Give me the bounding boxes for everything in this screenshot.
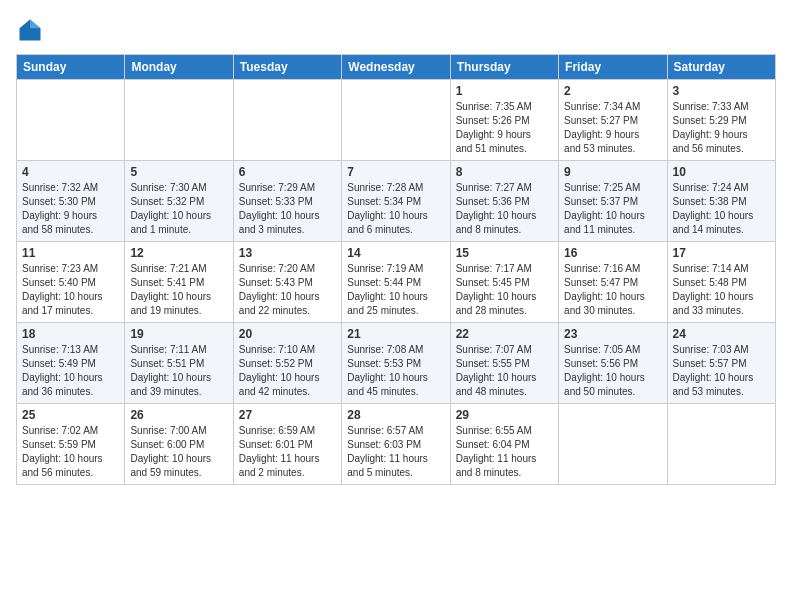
week-row-3: 18Sunrise: 7:13 AM Sunset: 5:49 PM Dayli… [17, 323, 776, 404]
cell-day-number: 2 [564, 84, 661, 98]
cell-info: Sunrise: 7:35 AM Sunset: 5:26 PM Dayligh… [456, 100, 553, 156]
calendar-cell: 20Sunrise: 7:10 AM Sunset: 5:52 PM Dayli… [233, 323, 341, 404]
calendar-cell: 15Sunrise: 7:17 AM Sunset: 5:45 PM Dayli… [450, 242, 558, 323]
col-header-tuesday: Tuesday [233, 55, 341, 80]
svg-marker-1 [30, 20, 41, 29]
cell-info: Sunrise: 7:17 AM Sunset: 5:45 PM Dayligh… [456, 262, 553, 318]
cell-day-number: 7 [347, 165, 444, 179]
calendar-cell [17, 80, 125, 161]
logo-icon [16, 16, 44, 44]
calendar-cell: 21Sunrise: 7:08 AM Sunset: 5:53 PM Dayli… [342, 323, 450, 404]
cell-day-number: 8 [456, 165, 553, 179]
cell-day-number: 16 [564, 246, 661, 260]
calendar-cell [559, 404, 667, 485]
cell-info: Sunrise: 7:30 AM Sunset: 5:32 PM Dayligh… [130, 181, 227, 237]
cell-day-number: 6 [239, 165, 336, 179]
calendar-cell: 28Sunrise: 6:57 AM Sunset: 6:03 PM Dayli… [342, 404, 450, 485]
calendar-cell: 18Sunrise: 7:13 AM Sunset: 5:49 PM Dayli… [17, 323, 125, 404]
cell-day-number: 15 [456, 246, 553, 260]
cell-info: Sunrise: 7:08 AM Sunset: 5:53 PM Dayligh… [347, 343, 444, 399]
cell-info: Sunrise: 7:07 AM Sunset: 5:55 PM Dayligh… [456, 343, 553, 399]
calendar-cell: 6Sunrise: 7:29 AM Sunset: 5:33 PM Daylig… [233, 161, 341, 242]
cell-day-number: 5 [130, 165, 227, 179]
cell-day-number: 19 [130, 327, 227, 341]
calendar-cell: 11Sunrise: 7:23 AM Sunset: 5:40 PM Dayli… [17, 242, 125, 323]
cell-day-number: 26 [130, 408, 227, 422]
cell-info: Sunrise: 6:59 AM Sunset: 6:01 PM Dayligh… [239, 424, 336, 480]
cell-day-number: 27 [239, 408, 336, 422]
calendar-table: SundayMondayTuesdayWednesdayThursdayFrid… [16, 54, 776, 485]
cell-info: Sunrise: 7:19 AM Sunset: 5:44 PM Dayligh… [347, 262, 444, 318]
calendar-cell: 27Sunrise: 6:59 AM Sunset: 6:01 PM Dayli… [233, 404, 341, 485]
cell-info: Sunrise: 6:57 AM Sunset: 6:03 PM Dayligh… [347, 424, 444, 480]
calendar-cell: 12Sunrise: 7:21 AM Sunset: 5:41 PM Dayli… [125, 242, 233, 323]
logo [16, 16, 48, 44]
cell-info: Sunrise: 7:14 AM Sunset: 5:48 PM Dayligh… [673, 262, 770, 318]
col-header-wednesday: Wednesday [342, 55, 450, 80]
cell-info: Sunrise: 7:05 AM Sunset: 5:56 PM Dayligh… [564, 343, 661, 399]
calendar-cell: 10Sunrise: 7:24 AM Sunset: 5:38 PM Dayli… [667, 161, 775, 242]
cell-info: Sunrise: 7:32 AM Sunset: 5:30 PM Dayligh… [22, 181, 119, 237]
cell-day-number: 12 [130, 246, 227, 260]
cell-day-number: 25 [22, 408, 119, 422]
calendar-cell [667, 404, 775, 485]
cell-day-number: 28 [347, 408, 444, 422]
calendar-cell: 25Sunrise: 7:02 AM Sunset: 5:59 PM Dayli… [17, 404, 125, 485]
col-header-sunday: Sunday [17, 55, 125, 80]
calendar-cell: 17Sunrise: 7:14 AM Sunset: 5:48 PM Dayli… [667, 242, 775, 323]
cell-day-number: 9 [564, 165, 661, 179]
calendar-cell: 23Sunrise: 7:05 AM Sunset: 5:56 PM Dayli… [559, 323, 667, 404]
cell-day-number: 14 [347, 246, 444, 260]
cell-day-number: 17 [673, 246, 770, 260]
calendar-cell: 19Sunrise: 7:11 AM Sunset: 5:51 PM Dayli… [125, 323, 233, 404]
cell-day-number: 29 [456, 408, 553, 422]
week-row-4: 25Sunrise: 7:02 AM Sunset: 5:59 PM Dayli… [17, 404, 776, 485]
cell-info: Sunrise: 7:23 AM Sunset: 5:40 PM Dayligh… [22, 262, 119, 318]
cell-day-number: 3 [673, 84, 770, 98]
cell-info: Sunrise: 7:33 AM Sunset: 5:29 PM Dayligh… [673, 100, 770, 156]
cell-info: Sunrise: 7:24 AM Sunset: 5:38 PM Dayligh… [673, 181, 770, 237]
cell-day-number: 4 [22, 165, 119, 179]
week-row-2: 11Sunrise: 7:23 AM Sunset: 5:40 PM Dayli… [17, 242, 776, 323]
cell-info: Sunrise: 7:21 AM Sunset: 5:41 PM Dayligh… [130, 262, 227, 318]
calendar-cell: 1Sunrise: 7:35 AM Sunset: 5:26 PM Daylig… [450, 80, 558, 161]
calendar-cell: 13Sunrise: 7:20 AM Sunset: 5:43 PM Dayli… [233, 242, 341, 323]
col-header-saturday: Saturday [667, 55, 775, 80]
cell-info: Sunrise: 7:28 AM Sunset: 5:34 PM Dayligh… [347, 181, 444, 237]
cell-day-number: 1 [456, 84, 553, 98]
cell-info: Sunrise: 7:34 AM Sunset: 5:27 PM Dayligh… [564, 100, 661, 156]
cell-info: Sunrise: 7:00 AM Sunset: 6:00 PM Dayligh… [130, 424, 227, 480]
calendar-cell: 5Sunrise: 7:30 AM Sunset: 5:32 PM Daylig… [125, 161, 233, 242]
cell-day-number: 13 [239, 246, 336, 260]
calendar-cell: 29Sunrise: 6:55 AM Sunset: 6:04 PM Dayli… [450, 404, 558, 485]
cell-info: Sunrise: 7:02 AM Sunset: 5:59 PM Dayligh… [22, 424, 119, 480]
cell-day-number: 23 [564, 327, 661, 341]
calendar-cell [342, 80, 450, 161]
header [16, 16, 776, 44]
cell-info: Sunrise: 7:11 AM Sunset: 5:51 PM Dayligh… [130, 343, 227, 399]
cell-info: Sunrise: 7:13 AM Sunset: 5:49 PM Dayligh… [22, 343, 119, 399]
calendar-cell: 14Sunrise: 7:19 AM Sunset: 5:44 PM Dayli… [342, 242, 450, 323]
calendar-cell: 26Sunrise: 7:00 AM Sunset: 6:00 PM Dayli… [125, 404, 233, 485]
calendar-cell: 9Sunrise: 7:25 AM Sunset: 5:37 PM Daylig… [559, 161, 667, 242]
col-header-friday: Friday [559, 55, 667, 80]
calendar-cell: 7Sunrise: 7:28 AM Sunset: 5:34 PM Daylig… [342, 161, 450, 242]
calendar-cell: 22Sunrise: 7:07 AM Sunset: 5:55 PM Dayli… [450, 323, 558, 404]
calendar-cell: 16Sunrise: 7:16 AM Sunset: 5:47 PM Dayli… [559, 242, 667, 323]
cell-day-number: 10 [673, 165, 770, 179]
week-row-1: 4Sunrise: 7:32 AM Sunset: 5:30 PM Daylig… [17, 161, 776, 242]
cell-day-number: 18 [22, 327, 119, 341]
calendar-cell: 2Sunrise: 7:34 AM Sunset: 5:27 PM Daylig… [559, 80, 667, 161]
cell-info: Sunrise: 7:10 AM Sunset: 5:52 PM Dayligh… [239, 343, 336, 399]
cell-info: Sunrise: 7:29 AM Sunset: 5:33 PM Dayligh… [239, 181, 336, 237]
cell-info: Sunrise: 7:25 AM Sunset: 5:37 PM Dayligh… [564, 181, 661, 237]
calendar-cell: 3Sunrise: 7:33 AM Sunset: 5:29 PM Daylig… [667, 80, 775, 161]
cell-info: Sunrise: 6:55 AM Sunset: 6:04 PM Dayligh… [456, 424, 553, 480]
cell-day-number: 21 [347, 327, 444, 341]
cell-day-number: 22 [456, 327, 553, 341]
cell-info: Sunrise: 7:20 AM Sunset: 5:43 PM Dayligh… [239, 262, 336, 318]
calendar-cell [233, 80, 341, 161]
cell-day-number: 24 [673, 327, 770, 341]
cell-info: Sunrise: 7:16 AM Sunset: 5:47 PM Dayligh… [564, 262, 661, 318]
cell-info: Sunrise: 7:27 AM Sunset: 5:36 PM Dayligh… [456, 181, 553, 237]
